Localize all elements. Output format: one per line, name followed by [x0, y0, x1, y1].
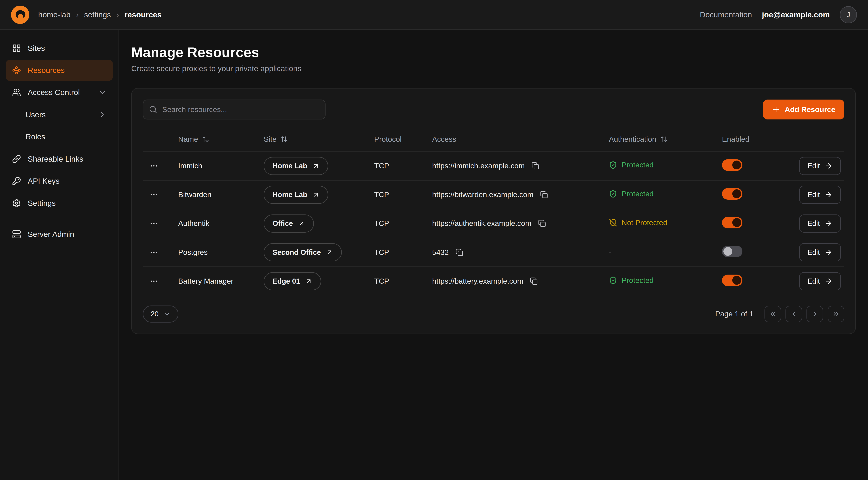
- access-value: https://immich.example.com: [432, 161, 525, 170]
- page-size-value: 20: [151, 310, 158, 318]
- edit-label: Edit: [807, 277, 820, 285]
- topbar-right: Documentation joe@example.com J: [700, 6, 857, 23]
- enabled-toggle[interactable]: [722, 246, 742, 257]
- access-cell: https://authentik.example.com: [432, 218, 547, 229]
- documentation-link[interactable]: Documentation: [700, 10, 752, 19]
- sort-icon: [280, 136, 288, 143]
- table-row: Battery Manager Edge 01 TCP https://batt…: [143, 267, 844, 296]
- enabled-toggle[interactable]: [722, 217, 742, 229]
- edit-button[interactable]: Edit: [799, 186, 841, 204]
- breadcrumb-org[interactable]: home-lab: [38, 10, 70, 19]
- protocol-value: TCP: [374, 219, 389, 228]
- copy-icon: [531, 162, 539, 170]
- search-input[interactable]: [143, 99, 326, 119]
- row-menu-button[interactable]: [147, 246, 160, 259]
- external-link-arrow-icon: [312, 191, 319, 199]
- site-link-button[interactable]: Edge 01: [264, 272, 321, 290]
- enabled-toggle[interactable]: [722, 159, 742, 171]
- site-link-button[interactable]: Home Lab: [264, 157, 328, 175]
- sidebar-item-api-keys[interactable]: API Keys: [6, 171, 113, 191]
- sort-by-site-button[interactable]: Site: [264, 135, 287, 144]
- enabled-toggle[interactable]: [722, 188, 742, 200]
- copy-button[interactable]: [454, 247, 464, 257]
- sidebar-item-users[interactable]: Users: [6, 104, 113, 125]
- shield-check-icon: [609, 161, 617, 169]
- edit-button[interactable]: Edit: [799, 214, 841, 233]
- chevrons-left-icon: [769, 310, 777, 318]
- copy-icon: [530, 277, 538, 285]
- sidebar-item-label: Users: [26, 110, 91, 119]
- protocol-value: TCP: [374, 277, 389, 285]
- column-access-label: Access: [432, 135, 456, 143]
- shield-check-icon: [609, 190, 617, 198]
- search-icon: [149, 106, 157, 114]
- breadcrumb-separator: ›: [116, 10, 119, 19]
- sidebar-divider: [6, 215, 113, 222]
- copy-icon: [540, 191, 548, 199]
- avatar[interactable]: J: [840, 6, 857, 23]
- auth-status: Protected: [609, 190, 654, 198]
- copy-button[interactable]: [529, 276, 539, 286]
- chevrons-right-icon: [832, 310, 840, 318]
- edit-button[interactable]: Edit: [799, 243, 841, 261]
- sidebar-item-server-admin[interactable]: Server Admin: [6, 224, 113, 245]
- site-link-button[interactable]: Home Lab: [264, 186, 328, 204]
- row-menu-button[interactable]: [147, 188, 160, 201]
- sort-icon: [660, 136, 667, 143]
- sidebar-item-access-control[interactable]: Access Control: [6, 82, 113, 103]
- sidebar-item-settings[interactable]: Settings: [6, 193, 113, 214]
- last-page-button[interactable]: [828, 306, 844, 322]
- copy-button[interactable]: [530, 161, 540, 171]
- sidebar-item-shareable-links[interactable]: Shareable Links: [6, 148, 113, 170]
- ellipsis-icon: [150, 190, 158, 199]
- row-menu-button[interactable]: [147, 217, 160, 230]
- sidebar-item-resources[interactable]: Resources: [6, 60, 113, 81]
- edit-button[interactable]: Edit: [799, 157, 841, 175]
- ellipsis-icon: [150, 277, 158, 286]
- column-enabled-label: Enabled: [722, 135, 749, 143]
- copy-button[interactable]: [539, 190, 549, 200]
- breadcrumb-settings[interactable]: settings: [84, 10, 111, 19]
- site-link-button[interactable]: Office: [264, 214, 314, 233]
- auth-label: Not Protected: [622, 218, 667, 227]
- row-menu-button[interactable]: [147, 159, 160, 173]
- column-edit: [795, 130, 844, 151]
- sidebar: Sites Resources Access Control Users Rol: [0, 30, 119, 480]
- auth-status: Not Protected: [609, 218, 667, 227]
- first-page-button[interactable]: [765, 306, 781, 322]
- resources-table: Name Site Protocol A: [143, 130, 844, 295]
- previous-page-button[interactable]: [785, 306, 802, 322]
- shield-off-icon: [609, 218, 617, 227]
- sort-by-authentication-button[interactable]: Authentication: [609, 135, 667, 144]
- copy-button[interactable]: [537, 218, 547, 229]
- sidebar-item-roles[interactable]: Roles: [6, 126, 113, 147]
- column-authentication-label: Authentication: [609, 135, 656, 144]
- next-page-button[interactable]: [806, 306, 823, 322]
- access-value: 5432: [432, 248, 449, 257]
- plus-icon: [772, 106, 780, 114]
- breadcrumb-separator: ›: [76, 10, 79, 19]
- site-name: Second Office: [273, 248, 321, 257]
- user-email: joe@example.com: [762, 10, 830, 19]
- key-icon: [12, 177, 21, 185]
- site-link-button[interactable]: Second Office: [264, 243, 342, 261]
- table-row: Immich Home Lab TCP https://immich.examp…: [143, 151, 844, 180]
- arrow-right-icon: [825, 191, 833, 199]
- access-value: https://bitwarden.example.com: [432, 190, 533, 199]
- toggle-knob: [723, 247, 732, 256]
- app-logo-icon[interactable]: [11, 6, 29, 24]
- link-icon: [12, 155, 21, 163]
- add-resource-button[interactable]: Add Resource: [763, 99, 844, 119]
- resource-name: Postgres: [178, 248, 208, 257]
- page-size-select[interactable]: 20: [143, 305, 178, 323]
- edit-button[interactable]: Edit: [799, 272, 841, 290]
- pangolin-logo-icon: [11, 6, 29, 24]
- arrow-right-icon: [825, 248, 833, 256]
- access-value: https://authentik.example.com: [432, 219, 531, 228]
- main-content: Manage Resources Create secure proxies t…: [119, 30, 868, 480]
- row-menu-button[interactable]: [147, 275, 160, 288]
- sidebar-item-sites[interactable]: Sites: [6, 38, 113, 59]
- enabled-toggle[interactable]: [722, 275, 742, 286]
- sort-by-name-button[interactable]: Name: [178, 135, 209, 144]
- card-toolbar: Add Resource: [143, 99, 844, 119]
